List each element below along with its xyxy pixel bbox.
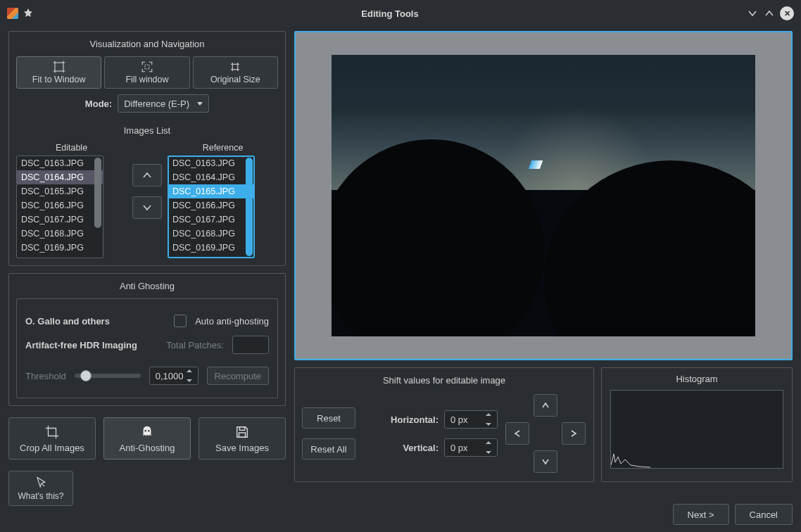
ag-subtitle: Artifact-free HDR Imaging	[25, 340, 137, 350]
svg-rect-1	[145, 65, 149, 69]
list-item[interactable]: DSC_0164.JPG	[17, 170, 103, 184]
move-down-button[interactable]	[132, 196, 162, 219]
vertical-label: Vertical:	[403, 443, 439, 453]
whats-this-button[interactable]: What's this?	[8, 471, 73, 506]
editable-label: Editable	[16, 143, 127, 153]
horizontal-label: Horizontal:	[391, 414, 439, 425]
reference-listbox[interactable]: DSC_0163.JPGDSC_0164.JPGDSC_0165.JPGDSC_…	[168, 156, 255, 258]
svg-rect-2	[233, 64, 239, 70]
reset-all-button[interactable]: Reset All	[302, 438, 355, 460]
histogram-display	[610, 390, 783, 469]
svg-rect-5	[239, 426, 244, 430]
images-title: Images List	[16, 121, 278, 143]
vertical-value: 0 px	[450, 443, 468, 453]
threshold-slider	[75, 374, 141, 378]
visualization-panel: Visualization and Navigation Fit to Wind…	[8, 31, 286, 266]
preview-area[interactable]	[294, 31, 793, 360]
ag-title: Anti Ghosting	[16, 277, 278, 298]
auto-antighost-checkbox[interactable]	[174, 315, 187, 327]
mode-select[interactable]: Difference (E-P)	[118, 94, 209, 113]
window-title: Editing Tools	[34, 8, 746, 19]
auto-antighost-label: Auto anti-ghosting	[195, 316, 269, 327]
ag-credit: O. Gallo and others	[25, 316, 110, 327]
list-item[interactable]: DSC_0167.JPG	[17, 213, 103, 227]
editable-scrollbar[interactable]	[94, 158, 101, 256]
svg-rect-6	[239, 432, 245, 436]
list-item[interactable]: DSC_0166.JPG	[17, 198, 103, 213]
shift-up-button[interactable]	[534, 394, 557, 417]
crop-all-label: Crop All Images	[20, 443, 84, 453]
list-item[interactable]: DSC_0165.JPG	[168, 184, 254, 198]
list-item[interactable]: DSC_0164.JPG	[168, 170, 254, 184]
minimize-icon[interactable]	[746, 7, 759, 20]
fill-label: Fill window	[125, 75, 168, 84]
mode-value: Difference (E-P)	[124, 99, 189, 109]
move-up-button[interactable]	[132, 164, 162, 186]
list-item[interactable]: DSC_0168.JPG	[168, 227, 254, 241]
list-item[interactable]: DSC_0169.JPG	[168, 241, 254, 255]
svg-point-4	[148, 429, 149, 431]
cancel-button[interactable]: Cancel	[735, 504, 793, 525]
antighost-label: Anti-Ghosting	[120, 443, 175, 453]
list-item[interactable]: DSC_0163.JPG	[168, 156, 254, 170]
recompute-button: Recompute	[207, 367, 269, 385]
maximize-icon[interactable]	[763, 7, 776, 20]
antighost-button[interactable]: Anti-Ghosting	[103, 417, 191, 460]
fill-window-button[interactable]: Fill window	[104, 56, 189, 89]
reference-scrollbar[interactable]	[246, 158, 253, 256]
patches-label: Total Patches:	[166, 340, 224, 350]
preview-image	[332, 55, 755, 336]
list-item[interactable]: DSC_0167.JPG	[168, 213, 254, 227]
list-item[interactable]: DSC_0169.JPG	[17, 241, 103, 255]
list-item[interactable]: DSC_0168.JPG	[17, 227, 103, 241]
app-icon	[7, 8, 18, 19]
save-images-button[interactable]: Save Images	[198, 417, 286, 460]
save-images-label: Save Images	[215, 443, 269, 453]
list-item[interactable]: DSC_0163.JPG	[17, 156, 103, 170]
vertical-spin[interactable]: 0 px	[444, 438, 498, 457]
crop-all-button[interactable]: Crop All Images	[8, 417, 96, 460]
reset-button[interactable]: Reset	[302, 407, 355, 429]
orig-label: Original Size	[210, 75, 260, 84]
shift-title: Shift values for editable image	[302, 371, 586, 393]
pin-icon[interactable]	[23, 8, 34, 19]
close-icon[interactable]: ✕	[780, 6, 794, 20]
svg-point-3	[145, 429, 146, 431]
shift-panel: Shift values for editable image Reset Re…	[294, 367, 594, 482]
viz-title: Visualization and Navigation	[16, 34, 278, 56]
whats-this-label: What's this?	[18, 491, 64, 501]
horizontal-value: 0 px	[450, 414, 468, 425]
shift-down-button[interactable]	[534, 450, 557, 473]
editable-listbox[interactable]: DSC_0163.JPGDSC_0164.JPGDSC_0165.JPGDSC_…	[16, 156, 103, 258]
shift-left-button[interactable]	[505, 422, 529, 445]
list-item[interactable]: DSC_0166.JPG	[168, 198, 254, 213]
fit-to-window-button[interactable]: Fit to Window	[16, 56, 101, 89]
threshold-label: Threshold	[25, 371, 66, 381]
histogram-title: Histogram	[609, 371, 785, 388]
fit-label: Fit to Window	[32, 75, 86, 84]
horizontal-spin[interactable]: 0 px	[444, 410, 498, 429]
mode-label: Mode:	[85, 99, 112, 109]
svg-rect-0	[55, 63, 63, 71]
list-item[interactable]: DSC_0165.JPG	[17, 184, 103, 198]
histogram-panel: Histogram	[601, 367, 793, 482]
shift-right-button[interactable]	[562, 422, 586, 445]
antighost-panel: Anti Ghosting O. Gallo and others Auto a…	[8, 273, 286, 406]
threshold-spin[interactable]: 0,1000	[149, 367, 198, 385]
original-size-button[interactable]: Original Size	[193, 56, 278, 89]
threshold-value: 0,1000	[156, 371, 184, 381]
reference-label: Reference	[168, 143, 278, 153]
next-button[interactable]: Next >	[673, 504, 729, 525]
patches-field	[232, 336, 269, 354]
